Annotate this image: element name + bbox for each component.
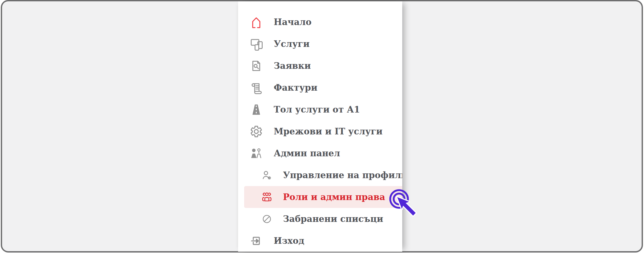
menu-item-logout[interactable]: Изход <box>238 230 402 252</box>
road-icon <box>250 103 263 116</box>
user-group-icon <box>261 191 273 203</box>
menu-item-label: Начало <box>274 17 311 27</box>
prohibited-icon <box>261 213 273 225</box>
menu-item-home[interactable]: Начало <box>238 11 402 33</box>
home-icon <box>250 16 263 29</box>
menu-item-label: Услуги <box>274 39 310 49</box>
menu-item-label: Фактури <box>274 82 318 93</box>
menu-item-network-it-services[interactable]: Мрежови и IT услуги <box>238 120 402 142</box>
menu-item-label: Мрежови и IT услуги <box>274 126 383 137</box>
menu-item-label: Админ панел <box>274 148 340 158</box>
logout-icon <box>250 234 263 247</box>
admin-user-icon <box>250 147 263 160</box>
menu-item-roles-admin-rights[interactable]: Роли и админ права <box>244 186 402 208</box>
devices-icon <box>250 37 263 51</box>
menu-list: НачалоУслугиЗаявкиФактуриТол услуги от А… <box>238 11 402 252</box>
menu-item-label: Роли и админ права <box>283 192 385 202</box>
menu-item-services[interactable]: Услуги <box>238 33 402 55</box>
menu-item-admin-panel[interactable]: Админ панел <box>238 142 402 164</box>
menu-item-requests[interactable]: Заявки <box>238 55 402 77</box>
gear-icon <box>250 125 263 138</box>
menu-item-label: Тол услуги от А1 <box>274 104 360 115</box>
side-menu: НачалоУслугиЗаявкиФактуриТол услуги от А… <box>238 1 402 252</box>
menu-item-label: Забранени списъци <box>283 214 383 224</box>
menu-item-profile-management[interactable]: Управление на профили <box>238 164 402 186</box>
menu-item-invoices[interactable]: Фактури <box>238 77 402 99</box>
menu-item-label: Изход <box>274 236 304 246</box>
user-gear-icon <box>261 169 273 181</box>
menu-item-label: Заявки <box>274 61 311 71</box>
menu-item-toll-services[interactable]: Тол услуги от А1 <box>238 99 402 120</box>
document-search-icon <box>250 59 263 72</box>
invoice-scroll-icon <box>250 81 263 94</box>
menu-item-blocked-lists[interactable]: Забранени списъци <box>238 208 402 230</box>
menu-item-label: Управление на профили <box>283 170 402 180</box>
